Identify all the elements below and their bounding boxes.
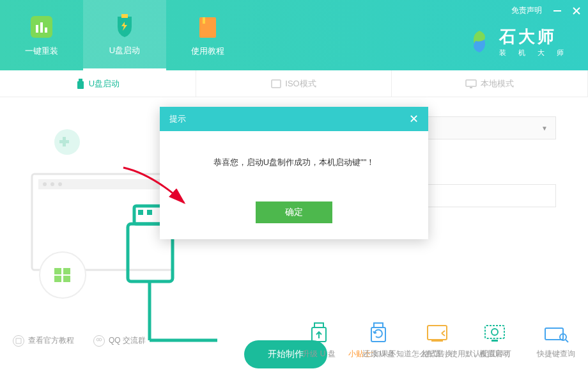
success-modal: 提示 ✕ 恭喜您，启动U盘制作成功，本机启动键""！ 确定 <box>160 107 428 239</box>
svg-rect-6 <box>199 17 216 38</box>
svg-rect-12 <box>470 87 472 88</box>
action-label: 模拟启动 <box>479 349 510 359</box>
nav-label: 一键重装 <box>25 45 58 57</box>
tab-usb-boot[interactable]: U盘启动 <box>0 70 196 97</box>
action-label: 升级 U 盘 <box>302 349 335 359</box>
nav-item-reinstall[interactable]: 一键重装 <box>0 0 83 70</box>
svg-rect-34 <box>491 340 498 342</box>
svg-rect-4 <box>45 28 47 33</box>
simulate-boot-button[interactable]: 模拟启动 <box>479 322 510 359</box>
close-button[interactable] <box>573 7 580 15</box>
restore-usb-icon <box>365 322 392 345</box>
simulate-icon <box>481 322 508 345</box>
svg-rect-2 <box>36 25 38 33</box>
svg-rect-21 <box>138 210 143 215</box>
book-outline-icon <box>13 335 24 347</box>
keyboard-search-icon <box>543 322 569 345</box>
nav-label: U盘启动 <box>109 45 140 56</box>
svg-rect-28 <box>314 323 323 328</box>
svg-point-35 <box>491 329 498 335</box>
format-convert-button[interactable]: 格式转换 <box>422 322 453 359</box>
svg-rect-11 <box>466 80 476 86</box>
convert-icon <box>424 322 451 345</box>
link-label: 查看官方教程 <box>28 335 74 346</box>
svg-rect-32 <box>428 326 447 340</box>
action-label: 还原 U 盘 <box>362 349 395 359</box>
svg-point-27 <box>99 338 102 341</box>
svg-point-19 <box>40 252 86 298</box>
upgrade-usb-button[interactable]: 升级 U 盘 <box>302 322 335 359</box>
disclaimer-link[interactable]: 免责声明 <box>511 5 542 16</box>
svg-rect-8 <box>79 79 82 81</box>
minimize-button[interactable] <box>553 7 561 15</box>
tab-label: ISO模式 <box>285 78 316 90</box>
tab-label: U盘启动 <box>89 78 120 90</box>
monitor-icon <box>465 79 477 88</box>
svg-rect-30 <box>374 323 383 328</box>
modal-close-button[interactable]: ✕ <box>409 113 419 125</box>
qq-group-link[interactable]: QQ 交流群 <box>93 335 146 347</box>
logo-icon <box>466 28 493 55</box>
svg-point-18 <box>58 182 62 186</box>
nav-label: 使用教程 <box>191 45 224 57</box>
svg-point-16 <box>43 182 47 186</box>
svg-rect-0 <box>553 10 561 12</box>
tab-label: 本地模式 <box>481 78 514 90</box>
usb-icon <box>76 79 85 89</box>
usb-shield-icon <box>111 13 138 40</box>
svg-rect-7 <box>203 17 205 24</box>
hotkey-query-button[interactable]: 快捷键查询 <box>537 322 575 359</box>
svg-rect-9 <box>77 81 84 89</box>
modal-ok-button[interactable]: 确定 <box>256 201 332 223</box>
book-icon <box>194 13 221 40</box>
brand-logo: 石大师 装 机 大 师 <box>466 26 569 58</box>
tab-local-mode[interactable]: 本地模式 <box>392 70 588 97</box>
svg-rect-3 <box>40 22 43 33</box>
nav-item-tutorial[interactable]: 使用教程 <box>166 0 249 70</box>
modal-title: 提示 <box>169 113 186 125</box>
restore-usb-button[interactable]: 还原 U 盘 <box>362 322 395 359</box>
bar-chart-icon <box>28 13 55 40</box>
people-icon <box>93 335 105 347</box>
svg-rect-22 <box>147 210 152 215</box>
svg-point-26 <box>97 338 99 341</box>
upgrade-usb-icon <box>306 322 332 345</box>
action-label: 格式转换 <box>422 349 453 359</box>
iso-icon <box>271 79 281 88</box>
svg-rect-15 <box>38 179 166 189</box>
nav-item-usb-boot[interactable]: U盘启动 <box>83 0 166 70</box>
tab-iso-mode[interactable]: ISO模式 <box>196 70 392 97</box>
svg-line-38 <box>566 340 568 342</box>
brand-subtitle: 装 机 大 师 <box>499 48 569 58</box>
modal-message: 恭喜您，启动U盘制作成功，本机启动键""！ <box>160 131 428 195</box>
chevron-down-icon: ▼ <box>541 125 548 132</box>
svg-point-17 <box>50 182 54 186</box>
svg-rect-10 <box>272 80 281 88</box>
action-label: 快捷键查询 <box>537 349 575 359</box>
svg-rect-33 <box>485 326 504 338</box>
brand-title: 石大师 <box>499 26 569 48</box>
svg-rect-5 <box>121 14 128 18</box>
official-tutorial-link[interactable]: 查看官方教程 <box>13 335 74 347</box>
link-label: QQ 交流群 <box>109 335 146 346</box>
